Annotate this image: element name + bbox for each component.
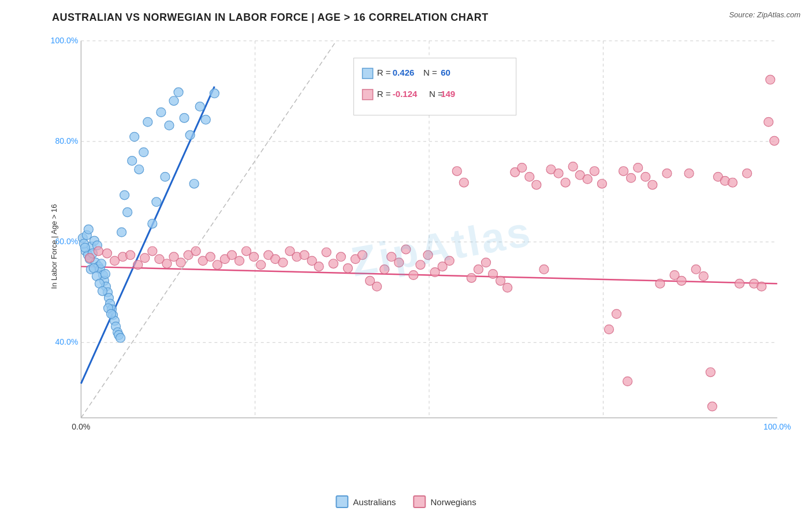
legend-label-norwegians: Norwegians: [430, 497, 476, 507]
svg-point-58: [135, 165, 144, 174]
svg-point-182: [766, 75, 775, 84]
svg-point-121: [336, 252, 345, 262]
svg-point-138: [459, 178, 468, 187]
svg-point-55: [123, 208, 132, 217]
chart-container: AUSTRALIAN VS NORWEGIAN IN LABOR FORCE |…: [0, 0, 812, 515]
svg-point-168: [677, 276, 686, 285]
svg-text:40.0%: 40.0%: [55, 337, 78, 346]
svg-text:60: 60: [441, 68, 450, 77]
svg-text:60.0%: 60.0%: [55, 237, 78, 246]
svg-point-127: [380, 265, 389, 274]
legend-item-australians: Australians: [336, 495, 396, 508]
svg-point-64: [161, 172, 170, 181]
svg-text:0.426: 0.426: [393, 68, 415, 77]
svg-point-54: [120, 191, 129, 200]
chart-title: AUSTRALIAN VS NORWEGIAN IN LABOR FORCE |…: [52, 12, 800, 24]
svg-point-183: [707, 402, 717, 411]
svg-point-141: [481, 258, 490, 267]
legend-container: Australians Norwegians: [336, 495, 476, 508]
svg-point-184: [623, 377, 632, 386]
svg-point-133: [423, 251, 433, 260]
svg-point-149: [539, 265, 549, 274]
legend-swatch-australians: [336, 495, 348, 508]
svg-point-57: [130, 132, 139, 141]
svg-point-73: [210, 89, 219, 98]
svg-point-107: [235, 256, 244, 266]
svg-point-92: [126, 251, 135, 260]
svg-text:149: 149: [441, 89, 455, 99]
svg-point-156: [590, 166, 599, 176]
svg-point-60: [143, 117, 152, 126]
svg-point-124: [357, 251, 367, 260]
svg-point-160: [619, 166, 628, 176]
svg-point-166: [662, 169, 672, 178]
svg-point-89: [102, 249, 111, 258]
svg-text:100.0%: 100.0%: [763, 422, 791, 431]
svg-point-147: [525, 172, 534, 181]
svg-point-104: [213, 260, 222, 270]
chart-area: In Labor Force | Age > 16 ZipAtlas .grid…: [46, 29, 800, 464]
svg-text:100.0%: 100.0%: [51, 36, 79, 45]
svg-point-53: [117, 227, 126, 237]
svg-point-97: [162, 259, 172, 268]
svg-point-77: [80, 243, 90, 252]
svg-point-181: [770, 136, 779, 145]
svg-point-113: [278, 258, 288, 267]
svg-point-87: [85, 253, 94, 263]
svg-point-63: [157, 108, 166, 117]
svg-point-142: [489, 270, 498, 279]
svg-point-71: [195, 102, 204, 111]
svg-point-139: [467, 274, 476, 283]
y-axis-label: In Labor Force | Age > 16: [50, 204, 58, 289]
svg-text:R =: R =: [377, 89, 391, 99]
svg-point-56: [128, 156, 137, 166]
svg-point-61: [148, 219, 157, 229]
svg-line-15: [81, 87, 214, 384]
svg-point-163: [641, 172, 650, 181]
svg-point-151: [554, 169, 563, 178]
svg-point-94: [140, 253, 150, 263]
svg-point-128: [387, 252, 396, 262]
svg-point-164: [648, 180, 657, 189]
svg-point-84: [100, 270, 110, 279]
svg-point-67: [174, 88, 183, 97]
svg-point-131: [409, 271, 418, 280]
svg-point-95: [148, 247, 157, 256]
svg-point-146: [517, 163, 527, 173]
svg-point-152: [561, 178, 570, 187]
svg-point-86: [106, 309, 116, 319]
svg-point-129: [394, 258, 404, 267]
svg-point-132: [416, 260, 425, 270]
svg-point-103: [206, 252, 215, 262]
svg-point-106: [227, 251, 236, 260]
svg-point-134: [430, 268, 439, 277]
svg-point-68: [180, 113, 189, 122]
svg-point-78: [84, 225, 93, 234]
svg-point-171: [699, 272, 708, 281]
svg-point-118: [314, 262, 323, 271]
svg-point-69: [185, 130, 195, 140]
svg-point-108: [242, 247, 251, 256]
svg-text:R =: R =: [377, 68, 391, 77]
svg-point-110: [256, 260, 266, 270]
svg-point-72: [201, 115, 210, 124]
svg-point-120: [329, 259, 338, 268]
svg-point-66: [169, 96, 178, 106]
svg-point-109: [249, 252, 259, 262]
svg-point-137: [452, 166, 461, 176]
svg-point-162: [634, 163, 643, 173]
svg-text:80.0%: 80.0%: [55, 136, 78, 145]
legend-swatch-norwegians: [413, 495, 426, 508]
svg-text:-0.124: -0.124: [393, 89, 418, 99]
svg-point-130: [401, 245, 411, 254]
svg-point-126: [373, 282, 382, 291]
svg-point-165: [655, 279, 665, 288]
svg-point-65: [165, 121, 174, 130]
svg-point-136: [445, 256, 454, 266]
svg-point-144: [503, 283, 512, 292]
svg-point-159: [612, 309, 621, 319]
legend-item-norwegians: Norwegians: [413, 495, 476, 508]
svg-point-176: [735, 279, 744, 288]
svg-point-70: [189, 179, 199, 188]
svg-point-177: [743, 169, 752, 178]
